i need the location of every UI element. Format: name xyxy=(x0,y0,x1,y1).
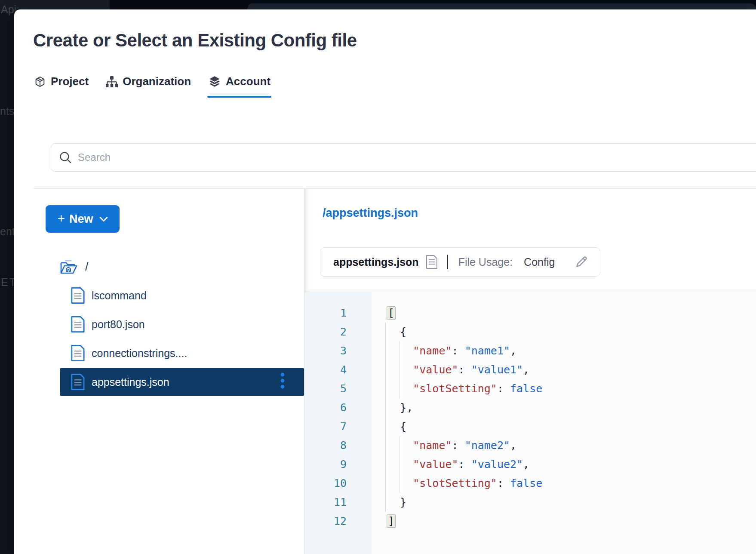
code-text: "name": "name1", xyxy=(347,342,516,360)
code-text: ] xyxy=(347,512,395,531)
code-line: 7 { xyxy=(304,417,756,436)
code-text: "value": "value1", xyxy=(347,360,529,379)
cube-icon xyxy=(34,76,46,88)
config-file-modal: Create or Select an Existing Config file… xyxy=(14,9,756,554)
file-tree-panel: + New / xyxy=(46,196,304,396)
code-text: [ xyxy=(347,304,395,323)
separator xyxy=(447,255,448,269)
code-line: 12] xyxy=(304,512,756,531)
code-line: 2 { xyxy=(304,323,756,342)
search-input[interactable] xyxy=(78,151,756,163)
tree-item-label: port80.json xyxy=(92,318,145,331)
tree-root-folder[interactable]: / xyxy=(46,253,304,280)
scope-tabs: Project Organization xyxy=(33,69,271,98)
layers-icon xyxy=(208,75,221,88)
line-number: 8 xyxy=(304,436,347,455)
backdrop-text: nts xyxy=(0,105,14,117)
file-info-bar: appsettings.json File Usage: Config xyxy=(320,247,600,277)
file-icon xyxy=(71,345,85,362)
tree-item-label: appsettings.json xyxy=(92,376,169,388)
code-lines: 1[2 {3 "name": "name1",4 "value": "value… xyxy=(304,304,756,531)
line-number: 10 xyxy=(304,474,347,493)
file-icon xyxy=(71,373,85,391)
code-editor[interactable]: 1[2 {3 "name": "name1",4 "value": "value… xyxy=(304,292,756,554)
line-number: 12 xyxy=(304,512,347,531)
line-number: 5 xyxy=(304,379,347,398)
tab-project[interactable]: Project xyxy=(33,69,89,98)
tab-account[interactable]: Account xyxy=(207,69,271,98)
tab-organization[interactable]: Organization xyxy=(105,69,192,98)
document-icon xyxy=(426,255,438,269)
header-divider xyxy=(33,188,756,189)
page-title: Create or Select an Existing Config file xyxy=(33,30,357,51)
file-icon xyxy=(71,316,85,333)
tree-item-port80[interactable]: port80.json xyxy=(46,311,304,338)
file-name: appsettings.json xyxy=(333,256,419,268)
file-usage-value: Config xyxy=(524,256,555,268)
file-icon xyxy=(71,287,85,304)
file-usage-label: File Usage: xyxy=(458,256,513,268)
code-text: { xyxy=(347,323,406,342)
code-text: "value": "value2", xyxy=(347,455,529,474)
code-text: "name": "name2", xyxy=(347,436,516,455)
code-line: 11 } xyxy=(304,493,756,512)
code-text: { xyxy=(347,417,406,436)
new-button-label: New xyxy=(69,212,93,226)
line-number: 3 xyxy=(304,342,347,360)
code-line: 10 "slotSetting": false xyxy=(304,474,756,493)
code-text: } xyxy=(347,493,406,512)
search-bar xyxy=(51,143,756,172)
code-line: 6 }, xyxy=(304,398,756,417)
code-text: "slotSetting": false xyxy=(347,474,542,493)
search-icon xyxy=(58,151,72,164)
code-line: 8 "name": "name2", xyxy=(304,436,756,455)
tab-label: Organization xyxy=(123,75,191,88)
code-line: 3 "name": "name1", xyxy=(304,342,756,360)
code-line: 5 "slotSetting": false xyxy=(304,379,756,398)
tree-item-label: connectionstrings.... xyxy=(92,347,187,360)
new-file-button[interactable]: + New xyxy=(46,205,120,233)
line-number: 9 xyxy=(304,455,347,474)
tree-item-connectionstrings[interactable]: connectionstrings.... xyxy=(46,339,304,367)
code-line: 9 "value": "value2", xyxy=(304,455,756,474)
code-text: }, xyxy=(347,398,413,417)
org-chart-icon xyxy=(106,76,118,88)
line-number: 4 xyxy=(304,360,347,379)
tree-item-lscommand[interactable]: lscommand xyxy=(46,282,304,309)
tree-root-label: / xyxy=(85,260,89,274)
kebab-menu-icon[interactable] xyxy=(280,372,285,392)
plus-icon: + xyxy=(57,212,65,225)
preview-file-path: /appsettings.json xyxy=(323,206,418,220)
tree-item-appsettings-selected[interactable]: appsettings.json xyxy=(60,368,304,396)
code-line: 4 "value": "value1", xyxy=(304,360,756,379)
line-number: 7 xyxy=(304,417,347,436)
edit-pencil-icon[interactable] xyxy=(574,255,589,269)
code-line: 1[ xyxy=(304,304,756,323)
code-text: "slotSetting": false xyxy=(347,379,542,398)
line-number: 1 xyxy=(304,304,347,323)
tab-label: Project xyxy=(51,75,89,88)
tree-item-label: lscommand xyxy=(92,289,147,302)
line-number: 11 xyxy=(304,493,347,512)
line-number: 6 xyxy=(304,398,347,417)
open-folder-home-icon xyxy=(60,259,78,274)
line-number: 2 xyxy=(304,323,347,342)
tab-label: Account xyxy=(226,75,270,88)
chevron-down-icon xyxy=(99,216,108,222)
